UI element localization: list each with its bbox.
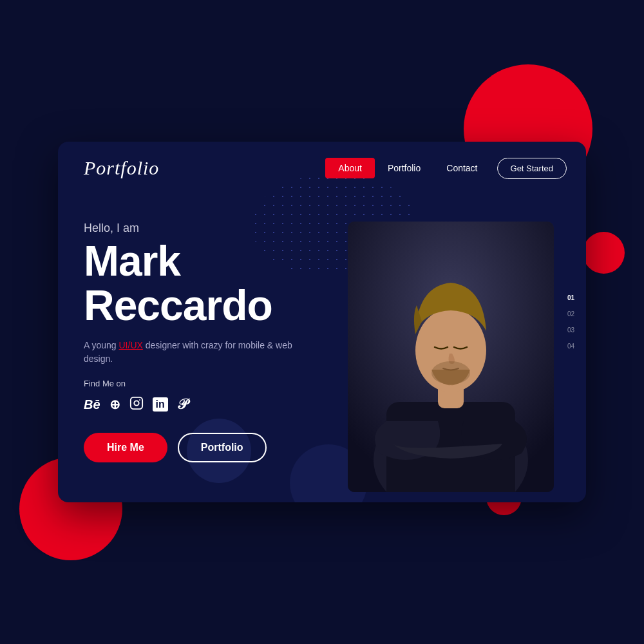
desc-highlight: UI/UX bbox=[119, 340, 143, 350]
page-num-3[interactable]: 03 bbox=[567, 327, 574, 334]
find-me-label: Find Me on bbox=[84, 379, 341, 388]
person-image bbox=[348, 222, 554, 492]
dribbble-icon[interactable]: ⊕ bbox=[109, 397, 120, 412]
svg-point-2 bbox=[139, 399, 140, 401]
instagram-icon[interactable] bbox=[129, 396, 144, 413]
nav-links: About Portfolio Contact Get Started bbox=[325, 158, 567, 179]
navbar: Portfolio About Portfolio Contact Get St… bbox=[58, 142, 586, 189]
bg-circle-mid-right bbox=[583, 232, 625, 274]
hire-me-button[interactable]: Hire Me bbox=[84, 433, 167, 462]
portfolio-button[interactable]: Portfolio bbox=[178, 433, 267, 462]
portfolio-card: Portfolio About Portfolio Contact Get St… bbox=[58, 142, 586, 502]
hero-right bbox=[341, 209, 560, 492]
linkedin-icon[interactable]: in bbox=[153, 397, 168, 412]
nav-item-portfolio[interactable]: Portfolio bbox=[375, 158, 433, 178]
behance-icon[interactable]: Bē bbox=[84, 397, 100, 412]
hero-left: Hello, I am Mark Reccardo A young UI/UX … bbox=[84, 209, 341, 462]
hero-section: Hello, I am Mark Reccardo A young UI/UX … bbox=[58, 189, 586, 498]
page-num-2[interactable]: 02 bbox=[567, 310, 574, 317]
greeting-text: Hello, I am bbox=[84, 222, 341, 235]
nav-item-contact[interactable]: Contact bbox=[433, 158, 490, 178]
cta-buttons: Hire Me Portfolio bbox=[84, 433, 341, 462]
pinterest-icon[interactable]: 𝒫 bbox=[177, 396, 187, 413]
last-name: Reccardo bbox=[84, 281, 272, 329]
page-num-4[interactable]: 04 bbox=[567, 343, 574, 350]
first-name: Mark bbox=[84, 237, 180, 285]
hero-description: A young UI/UX designer with crazy for mo… bbox=[84, 339, 316, 366]
page-num-1[interactable]: 01 bbox=[567, 294, 574, 301]
logo: Portfolio bbox=[84, 157, 159, 179]
get-started-button[interactable]: Get Started bbox=[497, 158, 567, 179]
svg-point-1 bbox=[134, 401, 138, 405]
nav-item-about[interactable]: About bbox=[325, 158, 375, 178]
desc-normal: A young bbox=[84, 340, 119, 350]
hero-name: Mark Reccardo bbox=[84, 239, 341, 328]
svg-rect-0 bbox=[130, 397, 142, 408]
pagination: 01 02 03 04 bbox=[567, 294, 574, 350]
social-icons: Bē ⊕ in 𝒫 bbox=[84, 396, 341, 413]
